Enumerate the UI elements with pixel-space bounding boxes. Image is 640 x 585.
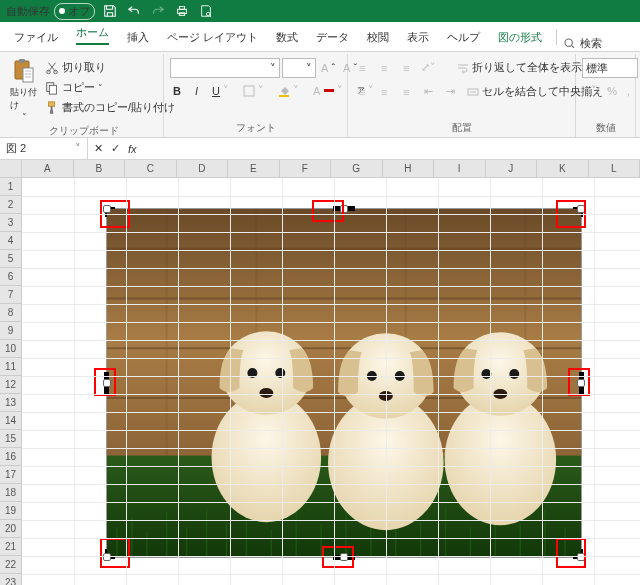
- annotation-box: [556, 538, 586, 568]
- name-box[interactable]: 図 2 ˅: [0, 138, 88, 159]
- row-header[interactable]: 7: [0, 286, 21, 304]
- row-header[interactable]: 11: [0, 358, 21, 376]
- border-button[interactable]: ˅: [240, 82, 267, 99]
- row-header[interactable]: 15: [0, 430, 21, 448]
- font-color-button[interactable]: A˅: [310, 82, 346, 99]
- row-header[interactable]: 19: [0, 502, 21, 520]
- tab-home[interactable]: ホーム: [68, 19, 117, 51]
- currency-button[interactable]: ¤˅: [582, 82, 600, 99]
- tab-formula[interactable]: 数式: [268, 24, 306, 51]
- undo-icon[interactable]: [125, 2, 143, 20]
- col-header[interactable]: A: [22, 160, 74, 177]
- search-label: 検索: [580, 36, 602, 51]
- accept-formula-icon[interactable]: ✓: [111, 142, 120, 155]
- row-header[interactable]: 22: [0, 556, 21, 574]
- col-header[interactable]: K: [537, 160, 589, 177]
- redo-icon[interactable]: [149, 2, 167, 20]
- name-box-value: 図 2: [6, 141, 26, 156]
- save-icon[interactable]: [101, 2, 119, 20]
- tab-insert[interactable]: 挿入: [119, 24, 157, 51]
- col-header[interactable]: B: [74, 160, 126, 177]
- quick-print-icon[interactable]: [173, 2, 191, 20]
- col-header[interactable]: F: [280, 160, 332, 177]
- copy-icon: [45, 81, 59, 95]
- row-header[interactable]: 13: [0, 394, 21, 412]
- paste-icon: [10, 58, 38, 86]
- col-header[interactable]: J: [486, 160, 538, 177]
- fx-icon[interactable]: fx: [128, 143, 137, 155]
- tab-layout[interactable]: ページ レイアウト: [159, 24, 266, 51]
- row-header[interactable]: 1: [0, 178, 21, 196]
- cells-area[interactable]: [22, 178, 640, 585]
- tab-file[interactable]: ファイル: [6, 24, 66, 51]
- align-bottom-icon[interactable]: ≡: [398, 60, 414, 76]
- column-headers[interactable]: ABCDEFGHIJKL: [22, 160, 640, 178]
- paste-button[interactable]: 貼り付け ˅: [10, 58, 38, 122]
- tab-picture-format[interactable]: 図の形式: [490, 24, 550, 51]
- row-header[interactable]: 17: [0, 466, 21, 484]
- col-header[interactable]: G: [331, 160, 383, 177]
- tab-review[interactable]: 校閲: [359, 24, 397, 51]
- increase-font-icon[interactable]: Aˆ: [318, 60, 338, 76]
- row-header[interactable]: 14: [0, 412, 21, 430]
- col-header[interactable]: H: [383, 160, 435, 177]
- svg-rect-11: [49, 85, 56, 94]
- preview-icon[interactable]: [197, 2, 215, 20]
- select-all-corner[interactable]: [0, 160, 22, 178]
- col-header[interactable]: D: [177, 160, 229, 177]
- copy-button[interactable]: コピー ˅: [42, 78, 178, 97]
- percent-button[interactable]: %: [604, 82, 620, 99]
- copy-label: コピー: [62, 80, 95, 95]
- search-box[interactable]: 検索: [563, 36, 602, 51]
- row-header[interactable]: 5: [0, 250, 21, 268]
- tab-help[interactable]: ヘルプ: [439, 24, 488, 51]
- row-header[interactable]: 6: [0, 268, 21, 286]
- row-header[interactable]: 9: [0, 322, 21, 340]
- group-number: 標準 ¤˅ % , 数値: [576, 54, 636, 137]
- row-header[interactable]: 2: [0, 196, 21, 214]
- align-right-icon[interactable]: ≡: [398, 84, 414, 100]
- row-headers[interactable]: 1234567891011121314151617181920212223: [0, 178, 22, 585]
- row-header[interactable]: 12: [0, 376, 21, 394]
- col-header[interactable]: C: [125, 160, 177, 177]
- bold-button[interactable]: B: [170, 83, 184, 99]
- tab-data[interactable]: データ: [308, 24, 357, 51]
- number-format-select[interactable]: 標準: [582, 58, 638, 78]
- autosave-toggle[interactable]: 自動保存 オフ: [6, 3, 95, 20]
- col-header[interactable]: I: [434, 160, 486, 177]
- cancel-formula-icon[interactable]: ✕: [94, 142, 103, 155]
- italic-button[interactable]: I: [192, 83, 201, 99]
- row-header[interactable]: 16: [0, 448, 21, 466]
- row-header[interactable]: 18: [0, 484, 21, 502]
- orientation-icon[interactable]: ⤢˅: [420, 60, 436, 76]
- format-painter-button[interactable]: 書式のコピー/貼り付け: [42, 98, 178, 117]
- col-header[interactable]: E: [228, 160, 280, 177]
- row-header[interactable]: 3: [0, 214, 21, 232]
- chevron-down-icon: ˅: [22, 112, 27, 122]
- col-header[interactable]: L: [589, 160, 641, 177]
- row-header[interactable]: 8: [0, 304, 21, 322]
- cut-button[interactable]: 切り取り: [42, 58, 178, 77]
- worksheet-grid[interactable]: ABCDEFGHIJKL 123456789101112131415161718…: [0, 160, 640, 585]
- font-name-select[interactable]: ˅: [170, 58, 280, 78]
- indent-dec-icon[interactable]: ⇤: [420, 84, 436, 100]
- fill-color-button[interactable]: ˅: [275, 82, 302, 99]
- ribbon: 貼り付け ˅ 切り取り コピー ˅ 書式のコピー/貼り付け クリップボード: [0, 52, 640, 138]
- indent-inc-icon[interactable]: ⇥: [442, 84, 458, 100]
- underline-button[interactable]: U ˅: [209, 82, 232, 99]
- comma-button[interactable]: ,: [624, 82, 633, 99]
- align-middle-icon[interactable]: ≡: [376, 60, 392, 76]
- row-header[interactable]: 23: [0, 574, 21, 585]
- svg-point-9: [54, 70, 58, 74]
- align-top-icon[interactable]: ≡: [354, 60, 370, 76]
- row-header[interactable]: 21: [0, 538, 21, 556]
- align-left-icon[interactable]: ≡: [354, 84, 370, 100]
- row-header[interactable]: 20: [0, 520, 21, 538]
- formula-bar-row: 図 2 ˅ ✕ ✓ fx: [0, 138, 640, 160]
- row-header[interactable]: 10: [0, 340, 21, 358]
- font-size-select[interactable]: ˅: [282, 58, 316, 78]
- group-font: ˅ ˅ Aˆ Aˇ B I U ˅ ˅ ˅ A˅ ア˅ フォント: [164, 54, 348, 137]
- tab-view[interactable]: 表示: [399, 24, 437, 51]
- align-center-icon[interactable]: ≡: [376, 84, 392, 100]
- row-header[interactable]: 4: [0, 232, 21, 250]
